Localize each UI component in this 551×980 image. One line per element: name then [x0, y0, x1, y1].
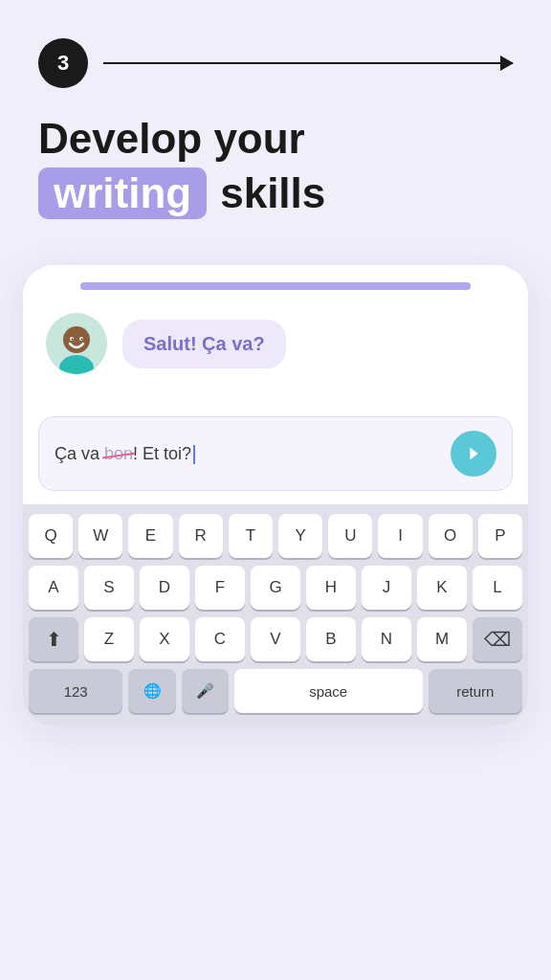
backspace-key[interactable]: ⌫	[473, 617, 522, 661]
key-p[interactable]: P	[478, 514, 522, 558]
key-g[interactable]: G	[251, 566, 300, 610]
key-r[interactable]: R	[179, 514, 223, 558]
shift-key[interactable]: ⬆	[29, 617, 78, 661]
top-section: 3 Develop your writing skills	[0, 0, 551, 238]
key-d[interactable]: D	[140, 566, 189, 610]
input-area[interactable]: Ça va bon! Et toi?	[38, 416, 513, 491]
headline-line2: writing skills	[38, 167, 513, 220]
key-k[interactable]: K	[417, 566, 467, 610]
headline-skills: skills	[220, 169, 325, 218]
globe-key[interactable]: 🌐	[128, 669, 175, 713]
mic-key[interactable]: 🎤	[182, 669, 229, 713]
input-prefix: Ça va	[55, 444, 104, 463]
key-z[interactable]: Z	[84, 617, 134, 661]
key-s[interactable]: S	[84, 566, 134, 610]
input-text: Ça va bon! Et toi?	[55, 444, 195, 464]
strikethrough-word: bon	[104, 444, 133, 464]
key-m[interactable]: M	[417, 617, 467, 661]
svg-point-6	[81, 339, 83, 341]
step-row: 3	[38, 38, 513, 88]
key-a[interactable]: A	[29, 566, 78, 610]
text-cursor	[193, 445, 195, 464]
svg-point-2	[63, 326, 90, 353]
headline-line1: Develop your	[38, 115, 513, 164]
return-key[interactable]: return	[429, 669, 522, 713]
step-number: 3	[38, 38, 88, 88]
key-b[interactable]: B	[306, 617, 356, 661]
space-key[interactable]: space	[234, 669, 423, 713]
key-j[interactable]: J	[362, 566, 411, 610]
highlighted-word: writing	[38, 167, 207, 220]
key-y[interactable]: Y	[278, 514, 322, 558]
input-suffix: ! Et toi?	[133, 444, 191, 463]
svg-point-5	[72, 339, 74, 341]
key-c[interactable]: C	[195, 617, 245, 661]
key-u[interactable]: U	[328, 514, 372, 558]
keyboard-bottom-row: 123 🌐 🎤 space return	[29, 669, 522, 713]
message-bubble: Salut! Ça va?	[122, 320, 286, 368]
key-l[interactable]: L	[473, 566, 522, 610]
keyboard: Q W E R T Y U I O P A S D F G H J K L ⬆ …	[23, 504, 528, 726]
step-arrow	[103, 62, 513, 65]
key-n[interactable]: N	[362, 617, 411, 661]
keyboard-row3: ⬆ Z X C V B N M ⌫	[29, 617, 522, 661]
key-v[interactable]: V	[251, 617, 300, 661]
key-h[interactable]: H	[306, 566, 356, 610]
chat-message: Salut! Ça va?	[46, 313, 505, 374]
key-e[interactable]: E	[128, 514, 172, 558]
phone-top-bar	[80, 282, 471, 290]
numbers-key[interactable]: 123	[29, 669, 122, 713]
keyboard-row2: A S D F G H J K L	[29, 566, 522, 610]
chat-area: Salut! Ça va?	[23, 290, 528, 405]
phone-mockup: Salut! Ça va? Ça va bon! Et toi? Q W E R…	[23, 265, 528, 726]
key-f[interactable]: F	[195, 566, 245, 610]
key-x[interactable]: X	[140, 617, 189, 661]
arrow-line	[103, 62, 513, 65]
key-i[interactable]: I	[378, 514, 422, 558]
headline: Develop your writing skills	[38, 115, 513, 219]
key-o[interactable]: O	[429, 514, 473, 558]
key-w[interactable]: W	[78, 514, 122, 558]
send-button[interactable]	[451, 431, 496, 477]
keyboard-row1: Q W E R T Y U I O P	[29, 514, 522, 558]
key-t[interactable]: T	[229, 514, 273, 558]
avatar	[46, 313, 107, 374]
key-q[interactable]: Q	[29, 514, 73, 558]
